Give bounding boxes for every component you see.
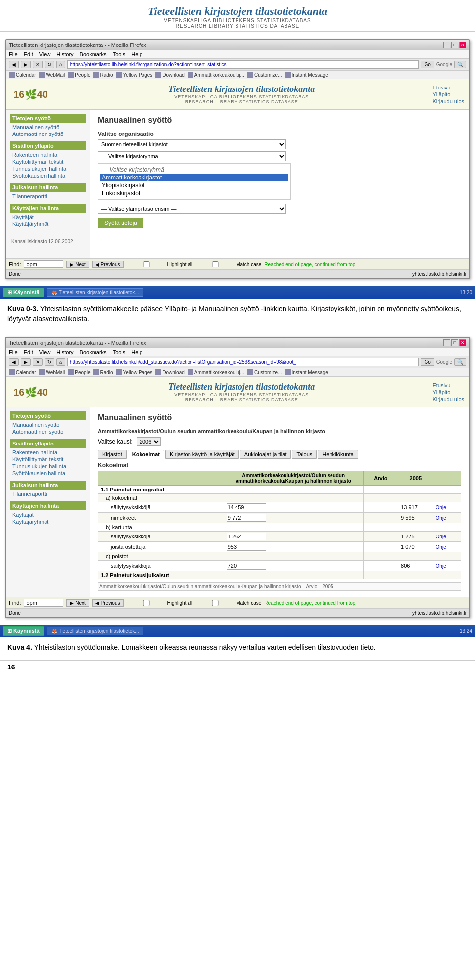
bookmark-amk-1[interactable]: Ammattikorkeakouluj...: [188, 72, 244, 78]
start-button-1[interactable]: ⊞ Käynnistä: [3, 288, 44, 297]
menu-bookmarks-2[interactable]: Bookmarks: [80, 349, 107, 355]
sidebar-tilanneraportti-1[interactable]: Tilanneraportti: [10, 193, 86, 200]
bookmark-download-1[interactable]: Download: [155, 72, 184, 78]
nav-yllapito-2[interactable]: Ylläpito: [432, 389, 464, 395]
dropdown-item-placeholder-1[interactable]: — Valitse kirjastoryhmä —: [100, 166, 288, 174]
kausi-select-2[interactable]: 2006: [137, 437, 161, 446]
menu-tools-1[interactable]: Tools: [113, 51, 126, 57]
search-btn-1[interactable]: 🔍: [454, 61, 466, 68]
stop-btn-2[interactable]: ✕: [33, 358, 43, 366]
matchcase-checkbox-2[interactable]: [195, 600, 235, 606]
submit-btn-1[interactable]: Syötä tietoja: [98, 218, 143, 228]
row-ohje-joista[interactable]: Ohje: [433, 542, 461, 552]
menu-view-2[interactable]: View: [39, 349, 51, 355]
go-btn-2[interactable]: Go: [421, 358, 434, 366]
bookmark-yellowpages-1[interactable]: Yellow Pages: [116, 72, 153, 78]
sidebar-automaattinen-1[interactable]: Automaattinen syöttö: [10, 131, 86, 137]
ohje-link-2[interactable]: Ohje: [436, 515, 446, 521]
input-joista[interactable]: [227, 543, 266, 551]
row-ohje-sailytys1[interactable]: Ohje: [433, 502, 461, 513]
bookmark-calendar-2[interactable]: Calendar: [9, 369, 36, 375]
sidebar-rakenteen-2[interactable]: Rakenteen hallinta: [10, 449, 86, 456]
menu-view-1[interactable]: View: [39, 51, 51, 57]
row-ohje-nimekkeet[interactable]: Ohje: [433, 513, 461, 523]
sidebar-kayttajat-2[interactable]: Käyttäjät: [10, 511, 86, 518]
minimize-btn-1[interactable]: _: [443, 42, 450, 48]
taskbar-window-2[interactable]: 🦊 Tieteellisten kirjastojen tilastotieto…: [47, 627, 143, 635]
sidebar-manuaalinen-1[interactable]: Manuaalinen syöttö: [10, 124, 86, 131]
row-ohje-sailytys3[interactable]: Ohje: [433, 561, 461, 571]
home-btn-2[interactable]: ⌂: [56, 358, 65, 366]
menu-help-1[interactable]: Help: [131, 51, 142, 57]
menu-edit-2[interactable]: Edit: [24, 349, 33, 355]
bookmark-people-1[interactable]: People: [68, 72, 90, 78]
sidebar-syottok-1[interactable]: Syöttökausien hallinta: [10, 172, 86, 179]
tab-kirjastot-2[interactable]: Kirjastot: [98, 450, 127, 459]
ohje-link-1[interactable]: Ohje: [436, 505, 446, 510]
forward-btn-2[interactable]: ▶: [21, 358, 31, 366]
nav-yllapito-1[interactable]: Ylläpito: [432, 91, 464, 97]
match-case-1[interactable]: Match case: [195, 261, 261, 267]
tab-henkilokunta-2[interactable]: Henkilökunta: [318, 450, 358, 459]
input-sailytys1[interactable]: [227, 503, 266, 511]
row-input-sailytys3[interactable]: [224, 561, 363, 571]
find-next-1[interactable]: ▶ Next: [66, 261, 89, 268]
tab-kokoelmat-2[interactable]: Kokoelmat: [128, 450, 164, 459]
sidebar-manuaalinen-2[interactable]: Manuaalinen syöttö: [10, 421, 86, 428]
dropdown-item-yliopisto-1[interactable]: Yliopistokirjastot: [100, 181, 288, 189]
bookmark-radio-1[interactable]: Radio: [93, 72, 113, 78]
row-ohje-sailytys2[interactable]: Ohje: [433, 532, 461, 542]
sidebar-syottok-2[interactable]: Syöttökausien hallinta: [10, 470, 86, 477]
bookmark-yellowpages-2[interactable]: Yellow Pages: [116, 369, 153, 375]
menu-history-2[interactable]: History: [56, 349, 73, 355]
menu-file-1[interactable]: File: [9, 51, 18, 57]
find-input-2[interactable]: [24, 599, 63, 607]
home-btn-1[interactable]: ⌂: [56, 61, 65, 68]
highlight-all-2[interactable]: Highlight all: [127, 600, 193, 606]
sidebar-automaattinen-2[interactable]: Automaattinen syöttö: [10, 428, 86, 435]
row-input-joista[interactable]: [224, 542, 363, 552]
find-input-1[interactable]: [24, 260, 63, 268]
search-btn-2[interactable]: 🔍: [454, 358, 466, 366]
match-case-2[interactable]: Match case: [195, 600, 261, 606]
group-select-1[interactable]: — Valitse kirjastoryhmä —: [98, 151, 286, 161]
level-select-1[interactable]: — Valitse ylämpi taso ensim —: [98, 204, 286, 214]
bookmark-radio-2[interactable]: Radio: [93, 369, 113, 375]
sidebar-kayttajaryhmat-2[interactable]: Käyttäjäryhmät: [10, 518, 86, 525]
sidebar-tunnuslukujen-2[interactable]: Tunnuslukujen hallinta: [10, 463, 86, 470]
input-sailytys2[interactable]: [227, 533, 266, 540]
sidebar-rakenteen-1[interactable]: Rakenteen hallinta: [10, 151, 86, 158]
menu-help-2[interactable]: Help: [131, 349, 142, 355]
sidebar-kayttajaryhmat-1[interactable]: Käyttäjäryhmät: [10, 221, 86, 227]
bookmark-instant-2[interactable]: Instant Message: [285, 369, 328, 375]
sidebar-kayttolii-2[interactable]: Käyttöliittymän tekstit: [10, 456, 86, 463]
find-next-2[interactable]: ▶ Next: [66, 599, 89, 607]
bookmark-download-2[interactable]: Download: [155, 369, 184, 375]
menu-bookmarks-1[interactable]: Bookmarks: [80, 51, 107, 57]
matchcase-checkbox-1[interactable]: [195, 261, 235, 267]
close-btn-2[interactable]: ✕: [459, 339, 466, 346]
highlight-all-1[interactable]: Highlight all: [127, 261, 193, 267]
sidebar-kayttajat-1[interactable]: Käyttäjät: [10, 214, 86, 221]
menu-tools-2[interactable]: Tools: [113, 349, 126, 355]
bookmark-instant-1[interactable]: Instant Message: [285, 72, 328, 78]
nav-kirjaudu-1[interactable]: Kirjaudu ulos: [432, 98, 464, 104]
bookmark-webmail-2[interactable]: WebMail: [39, 369, 65, 375]
nav-etusivu-2[interactable]: Etusivu: [432, 382, 464, 388]
bookmark-customize-2[interactable]: Customize...: [247, 369, 282, 375]
maximize-btn-1[interactable]: □: [451, 42, 458, 48]
row-input-sailytys1[interactable]: [224, 502, 363, 513]
highlight-checkbox-2[interactable]: [127, 600, 166, 606]
reload-btn-1[interactable]: ↻: [45, 61, 54, 68]
sidebar-kayttolii-1[interactable]: Käyttöliittymän tekstit: [10, 158, 86, 165]
address-bar-1[interactable]: [67, 60, 419, 69]
bookmark-people-2[interactable]: People: [68, 369, 90, 375]
ohje-link-3[interactable]: Ohje: [436, 534, 446, 539]
tab-kaytto-2[interactable]: Kirjaston käyttö ja käyttäjät: [165, 450, 239, 459]
nav-kirjaudu-2[interactable]: Kirjaudu ulos: [432, 396, 464, 402]
menu-edit-1[interactable]: Edit: [24, 51, 33, 57]
start-button-2[interactable]: ⊞ Käynnistä: [3, 626, 44, 636]
nav-etusivu-1[interactable]: Etusivu: [432, 85, 464, 90]
back-btn-1[interactable]: ◀: [9, 61, 19, 68]
go-btn-1[interactable]: Go: [421, 61, 434, 68]
